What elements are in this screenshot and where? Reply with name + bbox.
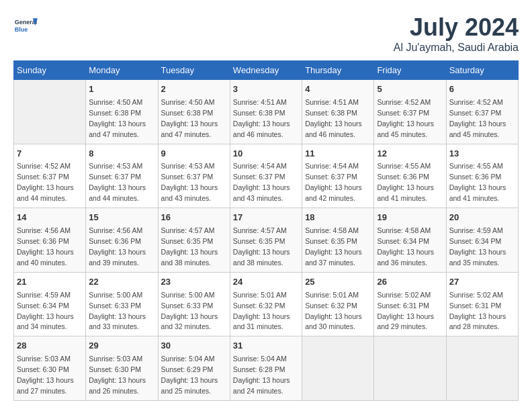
day-number: 10	[233, 148, 299, 161]
daylight-minutes: and 28 minutes.	[449, 322, 500, 330]
sunrise: Sunrise: 4:50 AM	[89, 98, 142, 106]
daylight: Daylight: 13 hours	[161, 183, 218, 191]
sunset: Sunset: 6:38 PM	[161, 109, 214, 117]
sunset: Sunset: 6:33 PM	[161, 302, 214, 310]
sunrise: Sunrise: 4:54 AM	[305, 162, 359, 170]
calendar-cell: 13 Sunrise: 4:55 AM Sunset: 6:36 PM Dayl…	[446, 144, 518, 208]
sunrise: Sunrise: 4:50 AM	[161, 98, 215, 106]
daylight-minutes: and 29 minutes.	[377, 322, 427, 330]
page-header: General Blue July 2024 Al Ju'aymah, Saud…	[13, 13, 519, 54]
sunset: Sunset: 6:37 PM	[89, 173, 141, 181]
daylight: Daylight: 13 hours	[89, 312, 146, 320]
weekday-header: Wednesday	[230, 61, 302, 80]
day-number: 8	[89, 148, 154, 161]
daylight: Daylight: 13 hours	[17, 312, 74, 320]
daylight-minutes: and 36 minutes.	[377, 259, 427, 267]
calendar-cell: 29 Sunrise: 5:03 AM Sunset: 6:30 PM Dayl…	[86, 336, 158, 401]
daylight-minutes: and 41 minutes.	[449, 194, 500, 202]
day-number: 18	[305, 212, 371, 224]
day-number: 24	[233, 276, 299, 289]
daylight-minutes: and 32 minutes.	[161, 322, 212, 330]
sunset: Sunset: 6:36 PM	[377, 173, 429, 181]
calendar-cell: 1 Sunrise: 4:50 AM Sunset: 6:38 PM Dayli…	[86, 80, 158, 144]
day-number: 3	[233, 83, 299, 96]
day-number: 13	[449, 148, 515, 161]
sunrise: Sunrise: 5:00 AM	[161, 291, 215, 299]
sunset: Sunset: 6:36 PM	[89, 237, 141, 245]
calendar-cell: 11 Sunrise: 4:54 AM Sunset: 6:37 PM Dayl…	[302, 144, 374, 208]
day-number: 11	[305, 148, 371, 161]
daylight-minutes: and 27 minutes.	[17, 387, 67, 395]
logo: General Blue	[13, 13, 38, 38]
daylight-minutes: and 38 minutes.	[161, 259, 212, 267]
daylight-minutes: and 31 minutes.	[233, 322, 283, 330]
daylight: Daylight: 13 hours	[449, 248, 506, 256]
sunset: Sunset: 6:30 PM	[89, 365, 141, 373]
sunset: Sunset: 6:32 PM	[305, 302, 357, 310]
calendar-cell	[446, 336, 518, 401]
day-number: 21	[17, 276, 83, 289]
day-number: 30	[161, 340, 227, 353]
daylight: Daylight: 13 hours	[233, 312, 290, 320]
svg-text:Blue: Blue	[15, 26, 28, 33]
sunrise: Sunrise: 4:57 AM	[161, 226, 215, 234]
calendar-week-row: 28 Sunrise: 5:03 AM Sunset: 6:30 PM Dayl…	[14, 336, 519, 401]
sunset: Sunset: 6:33 PM	[89, 302, 141, 310]
calendar-cell: 17 Sunrise: 4:57 AM Sunset: 6:35 PM Dayl…	[230, 208, 302, 273]
daylight: Daylight: 13 hours	[89, 183, 146, 191]
sunset: Sunset: 6:36 PM	[17, 237, 69, 245]
sunrise: Sunrise: 4:56 AM	[17, 226, 71, 234]
weekday-header: Saturday	[446, 61, 518, 80]
calendar-cell: 27 Sunrise: 5:02 AM Sunset: 6:31 PM Dayl…	[446, 272, 518, 336]
day-number: 1	[89, 83, 154, 96]
sunset: Sunset: 6:34 PM	[17, 302, 69, 310]
sunset: Sunset: 6:32 PM	[233, 302, 285, 310]
sunrise: Sunrise: 4:59 AM	[449, 226, 503, 234]
calendar-cell: 10 Sunrise: 4:54 AM Sunset: 6:37 PM Dayl…	[230, 144, 302, 208]
location: Al Ju'aymah, Saudi Arabia	[394, 42, 519, 54]
sunset: Sunset: 6:30 PM	[17, 365, 69, 373]
calendar-cell	[302, 336, 374, 401]
day-number: 9	[161, 148, 227, 161]
sunrise: Sunrise: 4:53 AM	[161, 162, 215, 170]
day-number: 29	[89, 340, 154, 353]
daylight-minutes: and 41 minutes.	[377, 194, 427, 202]
daylight-minutes: and 46 minutes.	[233, 130, 283, 138]
calendar-week-row: 14 Sunrise: 4:56 AM Sunset: 6:36 PM Dayl…	[14, 208, 519, 273]
sunset: Sunset: 6:37 PM	[449, 109, 502, 117]
daylight: Daylight: 13 hours	[233, 120, 290, 128]
daylight-minutes: and 45 minutes.	[377, 130, 427, 138]
day-number: 7	[17, 148, 83, 161]
day-number: 4	[305, 83, 371, 96]
sunset: Sunset: 6:34 PM	[377, 237, 429, 245]
sunrise: Sunrise: 5:01 AM	[233, 291, 287, 299]
weekday-header: Monday	[86, 61, 158, 80]
daylight-minutes: and 43 minutes.	[233, 194, 283, 202]
sunrise: Sunrise: 5:04 AM	[161, 355, 215, 363]
daylight-minutes: and 44 minutes.	[17, 194, 67, 202]
daylight: Daylight: 13 hours	[17, 248, 74, 256]
title-block: July 2024 Al Ju'aymah, Saudi Arabia	[394, 13, 519, 54]
day-number: 16	[161, 212, 227, 224]
calendar-week-row: 21 Sunrise: 4:59 AM Sunset: 6:34 PM Dayl…	[14, 272, 519, 336]
sunset: Sunset: 6:31 PM	[449, 302, 502, 310]
sunset: Sunset: 6:28 PM	[233, 365, 285, 373]
sunset: Sunset: 6:36 PM	[449, 173, 502, 181]
daylight-minutes: and 38 minutes.	[233, 259, 283, 267]
sunrise: Sunrise: 4:52 AM	[17, 162, 71, 170]
sunrise: Sunrise: 4:51 AM	[305, 98, 359, 106]
sunset: Sunset: 6:31 PM	[377, 302, 429, 310]
day-number: 28	[17, 340, 83, 353]
day-number: 15	[89, 212, 154, 224]
day-number: 12	[377, 148, 443, 161]
sunset: Sunset: 6:37 PM	[161, 173, 214, 181]
calendar-cell: 22 Sunrise: 5:00 AM Sunset: 6:33 PM Dayl…	[86, 272, 158, 336]
sunset: Sunset: 6:35 PM	[233, 237, 285, 245]
daylight-minutes: and 24 minutes.	[233, 387, 283, 395]
sunrise: Sunrise: 4:58 AM	[305, 226, 359, 234]
sunset: Sunset: 6:35 PM	[161, 237, 214, 245]
sunset: Sunset: 6:37 PM	[377, 109, 429, 117]
sunrise: Sunrise: 4:58 AM	[377, 226, 431, 234]
sunrise: Sunrise: 4:56 AM	[89, 226, 142, 234]
daylight-minutes: and 44 minutes.	[89, 194, 139, 202]
